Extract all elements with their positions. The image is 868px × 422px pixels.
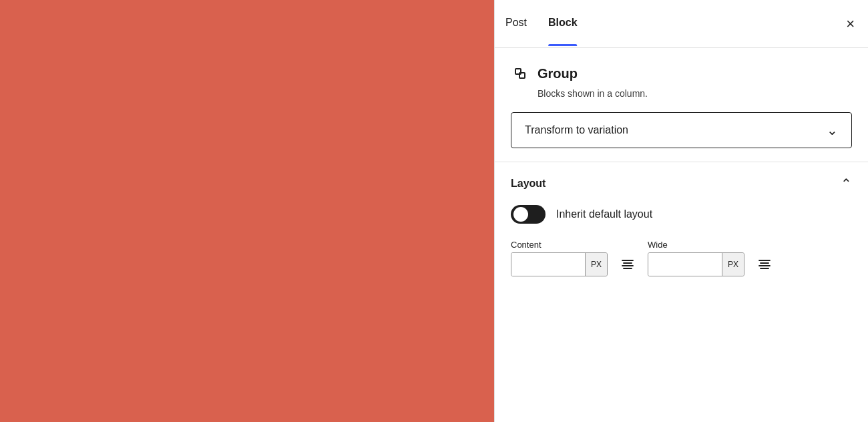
transform-dropdown-label: Transform to variation xyxy=(525,124,628,136)
group-icon xyxy=(511,64,529,83)
wide-input-group: Wide PX xyxy=(648,240,744,276)
block-section: Group Blocks shown in a column. Transfor… xyxy=(495,48,868,162)
inherit-layout-label: Inherit default layout xyxy=(556,208,652,220)
block-header: Group xyxy=(511,64,852,83)
transform-dropdown[interactable]: Transform to variation ⌄ xyxy=(511,112,852,148)
content-label: Content xyxy=(511,240,608,250)
canvas-area xyxy=(0,0,494,422)
content-wide-row: Content PX Wide P xyxy=(511,240,852,276)
wide-label: Wide xyxy=(648,240,744,250)
layout-title: Layout xyxy=(511,178,546,190)
toggle-row: Inherit default layout xyxy=(511,205,852,224)
block-description: Blocks shown in a column. xyxy=(537,88,852,99)
tab-block[interactable]: Block xyxy=(548,17,578,31)
content-unit: PX xyxy=(585,253,607,276)
content-input[interactable] xyxy=(511,253,585,276)
chevron-down-icon: ⌄ xyxy=(827,122,838,138)
wide-unit: PX xyxy=(722,253,744,276)
tab-post[interactable]: Post xyxy=(505,17,527,31)
toggle-knob xyxy=(513,207,528,222)
layout-section: Layout ⌃ Inherit default layout Content … xyxy=(495,162,868,290)
sidebar-header: Post Block × xyxy=(495,0,868,48)
content-align-icon[interactable] xyxy=(616,252,640,276)
tab-group: Post Block xyxy=(505,17,843,31)
chevron-up-icon[interactable]: ⌃ xyxy=(841,176,852,192)
content-input-group: Content PX xyxy=(511,240,608,276)
layout-header: Layout ⌃ xyxy=(511,176,852,192)
sidebar: Post Block × Group Blocks shown in a col… xyxy=(494,0,868,422)
wide-input-with-unit: PX xyxy=(648,252,744,276)
block-title: Group xyxy=(537,66,578,81)
close-button[interactable]: × xyxy=(843,14,857,34)
content-input-with-unit: PX xyxy=(511,252,608,276)
wide-align-icon[interactable] xyxy=(752,252,777,276)
wide-input[interactable] xyxy=(648,253,722,276)
inherit-layout-toggle[interactable] xyxy=(511,205,546,224)
